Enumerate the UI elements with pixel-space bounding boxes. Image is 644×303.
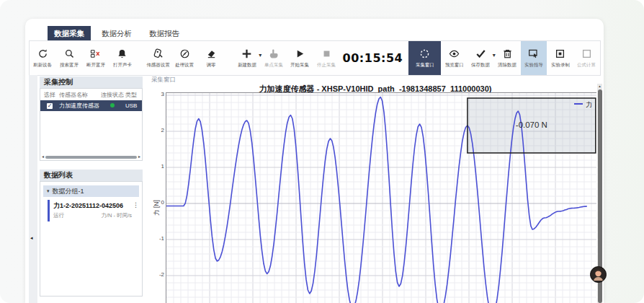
- collection-control-title: 采集控制: [40, 76, 143, 88]
- toolbar-dashed-circle-button[interactable]: 采集窗口: [408, 41, 441, 75]
- sensor-column-header: 传感器名称: [59, 91, 99, 99]
- y-axis-tick: 0: [153, 199, 164, 206]
- data-record-axes: 力/N - 时间/s: [102, 212, 133, 219]
- toolbar-hand-button[interactable]: 单点采集: [260, 41, 287, 75]
- toolbar-guide-button[interactable]: 实验指导: [521, 41, 547, 75]
- sensor-type: USB: [125, 102, 140, 109]
- sensor-column-header: 选择: [40, 91, 59, 99]
- plus-icon: [241, 48, 252, 59]
- toolbar-button-label: 实验录制: [551, 61, 570, 68]
- toolbar-button-label: 传感器设置: [146, 61, 169, 68]
- tab-data-collect[interactable]: 数据采集: [48, 26, 91, 42]
- tab-data-analysis[interactable]: 数据分析: [95, 26, 138, 42]
- toolbar-eye-button[interactable]: 预览窗口: [441, 41, 468, 75]
- toolbar-bluetooth-disconnect-button[interactable]: 断开蓝牙: [83, 41, 109, 75]
- toolbar-stop-button[interactable]: 停止采集: [313, 41, 340, 75]
- eraser-icon: [206, 48, 217, 59]
- search-icon: [64, 48, 75, 59]
- toolbar-button-label: 处理设置: [175, 61, 194, 68]
- toolbar-process-settings-button[interactable]: 处理设置: [171, 41, 198, 75]
- y-axis-tick: 1: [153, 163, 164, 170]
- trash-icon: [502, 48, 513, 59]
- toolbar-button-label: 公式计算: [578, 61, 596, 68]
- y-axis-tick: -2: [153, 271, 164, 278]
- guide-icon: [528, 48, 539, 59]
- play-icon: [295, 48, 305, 59]
- collection-control-panel: 采集控制 选择传感器名称连接状态类型 ✓力加速度传感器USB ◂ ▸: [40, 76, 143, 161]
- record-icon: [555, 48, 565, 59]
- toolbar-button-label: 开始采集: [291, 61, 310, 68]
- toolbar-search-button[interactable]: 搜索蓝牙: [56, 41, 83, 75]
- toolbar-play-button[interactable]: 开始采集: [287, 41, 313, 75]
- tab-data-report[interactable]: 数据报告: [143, 26, 186, 42]
- refresh-icon: [37, 48, 48, 59]
- toolbar-button-label: 断开蓝牙: [86, 61, 105, 68]
- toolbar-eraser-button[interactable]: 调零: [198, 41, 225, 75]
- y-axis-tick: 3: [153, 91, 164, 97]
- toolbar-plus-button[interactable]: ▾新建数据: [233, 41, 260, 75]
- toolbar-bell-button[interactable]: 打开声卡: [109, 41, 135, 75]
- data-list-title: 数据列表: [40, 170, 143, 181]
- stop-icon: [321, 48, 332, 59]
- horizontal-scrollbar[interactable]: ◂ ▸: [40, 154, 142, 160]
- toolbar-button-label: 单点采集: [264, 61, 283, 68]
- elapsed-timer: 00:15:54: [343, 51, 403, 65]
- eye-icon: [449, 48, 460, 59]
- process-settings-icon: [179, 48, 190, 59]
- measurement-readout: -0.070 N: [516, 120, 547, 129]
- toolbar-button-label: 清除数据: [498, 61, 516, 68]
- scroll-up-icon[interactable]: ▴: [597, 84, 602, 88]
- toolbar-formula-button[interactable]: 公式计算: [573, 41, 600, 75]
- sidebar-collapse-icon[interactable]: ◂: [30, 235, 33, 241]
- plot-area[interactable]: -0.070 N力: [166, 92, 596, 303]
- sidebar: 采集控制 选择传感器名称连接状态类型 ✓力加速度传感器USB ◂ ▸ 数据列表 …: [40, 76, 143, 303]
- toolbar-sensor-settings-button[interactable]: 传感器设置: [145, 41, 171, 75]
- sidebar-edge-strip: ◂: [29, 75, 37, 303]
- scroll-left-icon[interactable]: ◂: [42, 154, 44, 160]
- chart-panel: 力加速度传感器 - XHSP-V10HID_path_-1981348857_1…: [153, 82, 598, 303]
- data-record-status: 运行: [53, 212, 64, 219]
- toolbar-button-label: 搜索蓝牙: [60, 61, 79, 68]
- checkbox-checked-icon[interactable]: ✓: [47, 103, 53, 109]
- y-axis-tick: 2: [153, 127, 164, 133]
- toolbar-refresh-button[interactable]: 刷新设备: [30, 41, 56, 75]
- scrollbar-thumb[interactable]: [45, 156, 137, 159]
- waveform-chart: -0.070 N力: [166, 93, 596, 303]
- data-record-title: 力1-2-20251112-042506: [53, 201, 132, 211]
- scroll-right-icon[interactable]: ▸: [138, 154, 140, 160]
- sensor-name: 力加速度传感器: [59, 102, 99, 110]
- toolbar-check-button[interactable]: ▾保存数据: [468, 41, 494, 75]
- app-window: 数据采集数据分析数据报告 刷新设备搜索蓝牙断开蓝牙打开声卡传感器设置处理设置调零…: [25, 19, 604, 303]
- sensor-column-header: 类型: [125, 91, 140, 99]
- legend-label: 力: [586, 101, 592, 108]
- assistant-avatar-button[interactable]: [590, 266, 607, 283]
- sensor-column-header: 连接状态: [99, 91, 125, 99]
- person-avatar-icon: [591, 267, 606, 282]
- formula-icon: [581, 48, 592, 59]
- dashed-circle-icon: [419, 48, 430, 59]
- desktop-background: 数据采集数据分析数据报告 刷新设备搜索蓝牙断开蓝牙打开声卡传感器设置处理设置调零…: [0, 0, 644, 303]
- sensor-table: 选择传感器名称连接状态类型 ✓力加速度传感器USB ◂ ▸: [40, 88, 143, 161]
- sensor-table-row[interactable]: ✓力加速度传感器USB: [40, 100, 142, 111]
- bluetooth-disconnect-icon: [90, 48, 101, 59]
- bell-icon: [117, 48, 128, 59]
- toolbar-trash-button[interactable]: 清除数据: [494, 41, 521, 75]
- chevron-down-icon: ▾: [47, 188, 50, 194]
- sensor-settings-icon: [153, 48, 164, 59]
- data-list-panel: 数据列表 ▾ 数据分组-1 力1-2-20251112-042506 运行 力/…: [40, 170, 143, 297]
- data-record-item[interactable]: 力1-2-20251112-042506 运行 力/N - 时间/s ⋮: [48, 200, 139, 221]
- toolbar-button-label: 调零: [207, 61, 216, 68]
- data-list: ▾ 数据分组-1 力1-2-20251112-042506 运行 力/N - 时…: [40, 181, 143, 297]
- toolbar-record-button[interactable]: 实验录制: [547, 41, 573, 75]
- toolbar-button-label: 实验指导: [524, 61, 543, 68]
- check-icon: [475, 48, 486, 59]
- toolbar: 刷新设备搜索蓝牙断开蓝牙打开声卡传感器设置处理设置调零▾新建数据单点采集开始采集…: [29, 40, 601, 76]
- toolbar-button-label: 停止采集: [317, 61, 336, 68]
- toolbar-button-label: 保存数据: [471, 61, 490, 68]
- data-group-label: 数据分组-1: [53, 187, 84, 196]
- sensor-table-header: 选择传感器名称连接状态类型: [40, 89, 142, 100]
- data-group-header[interactable]: ▾ 数据分组-1: [43, 185, 139, 197]
- kebab-menu-icon[interactable]: ⋮: [133, 201, 139, 208]
- toolbar-button-label: 新建数据: [238, 61, 256, 68]
- toolbar-button-label: 打开声卡: [113, 61, 132, 68]
